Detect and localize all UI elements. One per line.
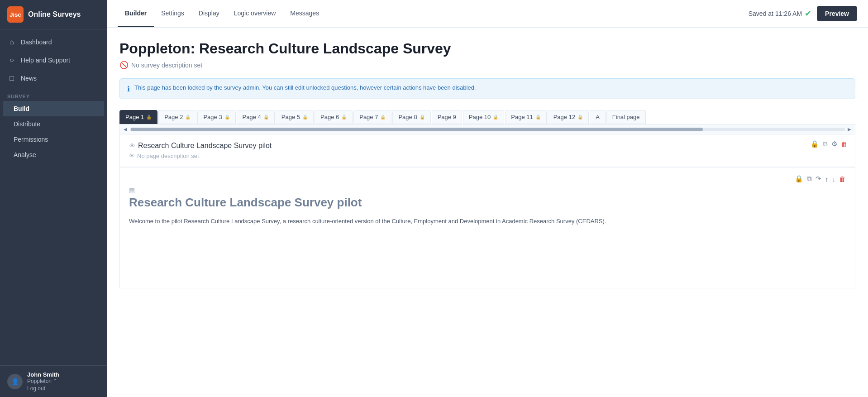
builder-area: 🔒 ⧉ ⚙ 🗑 👁 Research Culture Landscape Sur…: [119, 134, 855, 288]
tab-display[interactable]: Display: [191, 0, 227, 27]
page-header: 🔒 ⧉ ⚙ 🗑 👁 Research Culture Landscape Sur…: [120, 134, 855, 167]
eye-off-icon: 👁: [129, 142, 135, 149]
user-name: John Smith: [27, 371, 100, 378]
tab-builder[interactable]: Builder: [118, 0, 154, 27]
logout-link[interactable]: Log out: [27, 385, 100, 392]
survey-title: Poppleton: Research Culture Landscape Su…: [119, 40, 855, 57]
question-block: 🔒 ⧉ ↷ ↑ ↓ 🗑 ▤ Research Culture Landscape…: [120, 167, 855, 234]
no-desc-icon: 🚫: [119, 61, 129, 69]
page-tab-6[interactable]: Page 6 🔒: [315, 110, 353, 124]
sidebar-item-analyse[interactable]: Analyse: [0, 147, 107, 163]
scroll-bar-container: ◀ ▶: [119, 124, 855, 134]
survey-description: 🚫 No survey description set: [119, 61, 855, 69]
lock-icon: 🔒: [341, 115, 347, 120]
app-title: Online Surveys: [28, 10, 81, 19]
q-copy-icon[interactable]: ⧉: [807, 175, 812, 183]
page-tab-final[interactable]: Final page: [606, 110, 646, 124]
help-icon: ○: [7, 56, 16, 64]
sidebar-footer: 👤 John Smith Poppleton ⌃ Log out: [0, 365, 107, 397]
page-tab-9[interactable]: Page 9: [432, 110, 462, 124]
question-body: Welcome to the pilot Research Culture La…: [129, 217, 846, 226]
page-tab-12[interactable]: Page 12 🔒: [548, 110, 589, 124]
content-area: Poppleton: Research Culture Landscape Su…: [107, 28, 868, 397]
lock-icon: 🔒: [535, 115, 541, 120]
page-tab-7[interactable]: Page 7 🔒: [353, 110, 391, 124]
page-tab-4[interactable]: Page 4 🔒: [237, 110, 275, 124]
sidebar-nav: ⌂ Dashboard ○ Help and Support □ News SU…: [0, 29, 107, 365]
lock-action-icon[interactable]: 🔒: [811, 140, 819, 148]
page-header-actions: 🔒 ⧉ ⚙ 🗑: [811, 140, 848, 148]
lock-icon: 🔒: [302, 115, 308, 120]
info-banner: ℹ This page has been locked by the surve…: [119, 78, 855, 99]
sidebar-item-help[interactable]: ○ Help and Support: [0, 51, 107, 69]
lock-icon: 🔒: [263, 115, 269, 120]
sidebar-item-build[interactable]: Build: [3, 101, 104, 116]
page-tab-3[interactable]: Page 3 🔒: [197, 110, 235, 124]
user-org: Poppleton ⌃: [27, 378, 100, 384]
tab-logic-overview[interactable]: Logic overview: [227, 0, 283, 27]
page-tab-a[interactable]: A: [590, 110, 606, 124]
avatar: 👤: [7, 374, 23, 389]
question-type-icon: ▤: [129, 187, 846, 194]
user-details: John Smith Poppleton ⌃ Log out: [27, 371, 100, 392]
news-icon: □: [7, 74, 16, 82]
q-down-icon[interactable]: ↓: [832, 175, 836, 183]
question-title: Research Culture Landscape Survey pilot: [129, 196, 846, 210]
user-info: 👤 John Smith Poppleton ⌃ Log out: [7, 371, 100, 392]
page-name: 👁 Research Culture Landscape Survey pilo…: [129, 142, 846, 150]
sidebar-item-dashboard[interactable]: ⌂ Dashboard: [0, 33, 107, 51]
home-icon: ⌂: [7, 38, 16, 46]
q-up-icon[interactable]: ↑: [825, 175, 829, 183]
tab-settings[interactable]: Settings: [154, 0, 191, 27]
lock-icon: 🔒: [380, 115, 386, 120]
lock-icon: 🔒: [185, 115, 191, 120]
scroll-right-arrow[interactable]: ▶: [847, 126, 852, 133]
tab-messages[interactable]: Messages: [283, 0, 326, 27]
top-right: Saved at 11:26 AM ✔ Preview: [749, 6, 857, 21]
q-delete-icon[interactable]: 🗑: [839, 175, 846, 183]
jisc-logo: Jisc: [7, 6, 24, 23]
page-tab-5[interactable]: Page 5 🔒: [276, 110, 314, 124]
delete-action-icon[interactable]: 🗑: [841, 140, 848, 148]
lock-icon: 🔒: [577, 115, 583, 120]
lock-icon: 🔒: [146, 115, 152, 120]
sidebar-item-permissions[interactable]: Permissions: [0, 132, 107, 147]
lock-icon: 🔒: [224, 115, 230, 120]
top-nav: Builder Settings Display Logic overview …: [107, 0, 868, 28]
page-tabs-container: Page 1 🔒 Page 2 🔒 Page 3 🔒 Page 4 🔒 Page…: [119, 110, 855, 124]
question-block-actions: 🔒 ⧉ ↷ ↑ ↓ 🗑: [129, 175, 846, 183]
chevron-icon: ⌃: [53, 378, 57, 384]
no-desc-icon2: 👁: [129, 153, 135, 159]
copy-action-icon[interactable]: ⧉: [823, 140, 828, 148]
page-tab-8[interactable]: Page 8 🔒: [392, 110, 430, 124]
lock-icon: 🔒: [493, 115, 498, 120]
scroll-track[interactable]: [130, 128, 845, 131]
page-no-description: 👁 No page description set: [129, 153, 846, 159]
preview-button[interactable]: Preview: [817, 6, 857, 21]
sidebar: Jisc Online Surveys ⌂ Dashboard ○ Help a…: [0, 0, 107, 397]
info-icon: ℹ: [127, 85, 130, 93]
tab-bar: Builder Settings Display Logic overview …: [118, 0, 326, 27]
lock-icon: 🔒: [420, 115, 425, 120]
saved-status: Saved at 11:26 AM ✔: [749, 9, 811, 19]
scroll-left-arrow[interactable]: ◀: [123, 126, 128, 133]
main-content: Builder Settings Display Logic overview …: [107, 0, 868, 397]
page-tab-2[interactable]: Page 2 🔒: [158, 110, 196, 124]
sidebar-logo: Jisc Online Surveys: [0, 0, 107, 29]
check-icon: ✔: [805, 9, 811, 19]
sidebar-item-distribute[interactable]: Distribute: [0, 116, 107, 132]
page-tab-1[interactable]: Page 1 🔒: [119, 110, 157, 124]
survey-section-label: SURVEY: [0, 87, 107, 101]
q-lock-icon[interactable]: 🔒: [795, 175, 803, 183]
sidebar-item-label: Dashboard: [21, 38, 52, 46]
scroll-thumb: [131, 128, 703, 131]
page-tabs: Page 1 🔒 Page 2 🔒 Page 3 🔒 Page 4 🔒 Page…: [119, 110, 855, 124]
q-redo-icon[interactable]: ↷: [816, 175, 821, 183]
sidebar-item-label: Help and Support: [21, 57, 70, 64]
page-tab-10[interactable]: Page 10 🔒: [463, 110, 504, 124]
settings-action-icon[interactable]: ⚙: [831, 140, 837, 148]
page-tab-11[interactable]: Page 11 🔒: [505, 110, 546, 124]
sidebar-item-label: News: [21, 75, 37, 82]
sidebar-item-news[interactable]: □ News: [0, 69, 107, 87]
